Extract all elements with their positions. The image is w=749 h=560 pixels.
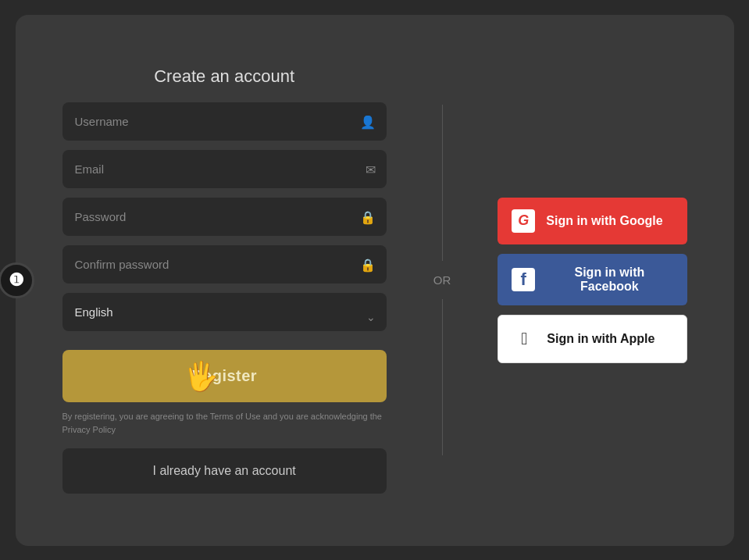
register-button[interactable]: Register 🖐 — [62, 350, 387, 402]
username-group: 👤 — [62, 102, 387, 141]
language-select-wrapper: English Spanish French German Portuguese… — [62, 293, 387, 341]
facebook-icon: f — [512, 268, 535, 291]
confirm-password-input[interactable] — [62, 245, 387, 284]
google-signin-label: Sign in with Google — [546, 214, 662, 228]
username-input[interactable] — [62, 102, 387, 141]
terms-text: By registering, you are agreeing to the … — [62, 410, 387, 436]
page-title: Create an account — [154, 66, 294, 87]
password-group: 🔒 — [62, 198, 387, 236]
email-group: ✉ — [62, 150, 387, 188]
apple-signin-button[interactable]:  Sign in with Apple — [498, 315, 687, 363]
confirm-lock-icon: 🔒 — [360, 257, 376, 272]
facebook-signin-button[interactable]: f Sign in with Facebook — [498, 254, 687, 305]
user-icon: 👤 — [360, 114, 376, 129]
confirm-password-group: 🔒 — [62, 245, 387, 284]
already-account-label: I already have an account — [153, 464, 296, 477]
email-icon: ✉ — [366, 162, 376, 177]
vertical-divider-2 — [442, 299, 443, 455]
or-label: OR — [433, 273, 451, 287]
register-label: Register — [191, 367, 257, 384]
content-area: Create an account 👤 ✉ 🔒 🔒 — [16, 35, 734, 525]
facebook-signin-label: Sign in with Facebook — [546, 266, 672, 294]
divider-section: OR — [433, 105, 451, 455]
already-account-button[interactable]: I already have an account — [62, 448, 387, 494]
apple-icon:  — [512, 327, 536, 351]
main-container: ❶ Create an account 👤 ✉ 🔒 — [16, 15, 734, 546]
apple-signin-label: Sign in with Apple — [547, 332, 654, 346]
right-panel: G Sign in with Google f Sign in with Fac… — [498, 198, 687, 363]
google-icon: G — [512, 209, 535, 233]
email-input[interactable] — [62, 150, 387, 188]
language-select[interactable]: English Spanish French German Portuguese — [62, 293, 387, 331]
left-panel: Create an account 👤 ✉ 🔒 🔒 — [62, 66, 387, 494]
lock-icon: 🔒 — [360, 209, 376, 224]
vertical-divider — [442, 105, 443, 261]
google-signin-button[interactable]: G Sign in with Google — [498, 198, 687, 244]
password-input[interactable] — [62, 198, 387, 236]
